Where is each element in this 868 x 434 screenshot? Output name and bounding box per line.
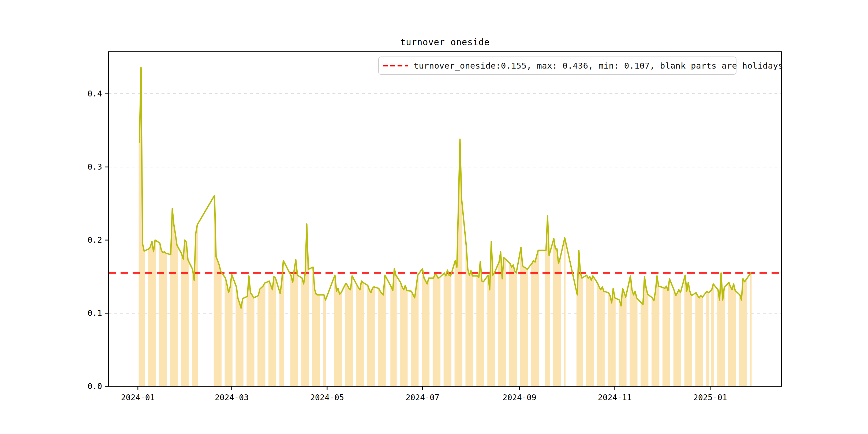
x-tick-label: 2024-07 (406, 393, 439, 402)
y-tick-label: 0.0 (88, 381, 102, 391)
legend: turnover_oneside:0.155, max: 0.436, min:… (378, 57, 737, 75)
trading-days-fill (662, 279, 670, 386)
trading-days-fill (444, 270, 452, 386)
trading-days-fill (586, 275, 594, 386)
trading-days-fill (312, 267, 320, 386)
trading-days-fill (706, 291, 709, 386)
y-tick-label: 0.1 (88, 308, 102, 318)
x-tick-label: 2024-01 (121, 393, 155, 402)
legend-dashed-line-sample (383, 65, 408, 66)
trading-days-fill (159, 243, 167, 386)
trading-days-fill (695, 293, 703, 386)
trading-days-fill (476, 261, 484, 386)
trading-days-fill (564, 238, 565, 386)
trading-days-fill (629, 276, 637, 386)
trading-days-fill (323, 295, 326, 386)
trading-days-fill (422, 269, 429, 386)
trading-days-fill (345, 276, 353, 386)
trading-days-fill (750, 273, 752, 386)
trading-days-fill (378, 275, 386, 386)
trading-days-fill (531, 250, 539, 386)
trading-days-fill (257, 283, 265, 386)
trading-days-fill (269, 277, 276, 386)
x-tick-label: 2024-05 (310, 393, 344, 402)
y-tick-label: 0.2 (88, 235, 102, 245)
trading-days-fill (148, 240, 156, 386)
y-tick-label: 0.3 (88, 162, 102, 172)
figure: turnover oneside 2024-012024-032024-0520… (0, 0, 868, 434)
x-tick-label: 2024-03 (215, 393, 249, 402)
trading-days-fill (684, 275, 692, 386)
trading-days-fill (711, 284, 714, 386)
x-tick-label: 2025-01 (693, 393, 727, 402)
x-tick-label: 2024-09 (503, 393, 536, 402)
trading-days-fill (466, 246, 473, 386)
trading-days-fill (597, 283, 604, 386)
trading-days-fill (334, 275, 342, 386)
turnover-line (140, 67, 751, 308)
trading-days-fill (400, 282, 407, 386)
trading-days-fill (509, 264, 517, 386)
trading-days-fill (181, 240, 189, 386)
legend-label: turnover_oneside:0.155, max: 0.436, min:… (414, 61, 783, 70)
trading-days-fill (728, 282, 736, 386)
trading-days-fill (367, 285, 375, 386)
trading-days-fill (674, 290, 681, 386)
trading-days-fill (487, 242, 495, 386)
trading-days-fill (356, 281, 364, 386)
x-tick-label: 2024-11 (598, 393, 632, 402)
trading-days-fill (433, 274, 440, 386)
y-tick-label: 0.4 (88, 89, 102, 98)
